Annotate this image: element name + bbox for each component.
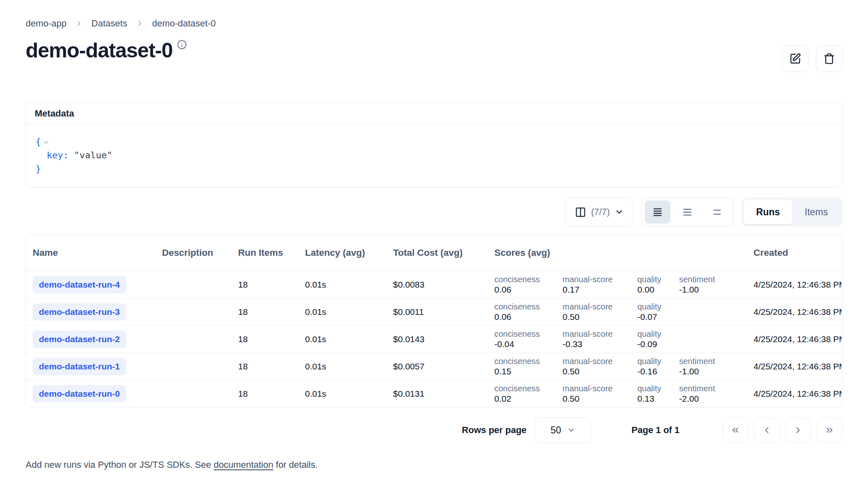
created-cell: 4/25/2024, 12:46:38 PM — [747, 307, 842, 317]
runs-items-tab-group: Runs Items — [742, 198, 842, 226]
total-cost-cell: $0.0057 — [386, 362, 488, 371]
previous-page-button[interactable] — [754, 418, 780, 443]
metadata-card: Metadata { key: "value" } — [26, 102, 842, 188]
latency-cell: 0.01s — [298, 389, 386, 399]
score-value: -2.00 — [679, 393, 729, 404]
row-height-small-button[interactable] — [645, 200, 670, 224]
run-items-cell: 18 — [231, 334, 298, 344]
column-header-scores: Scores (avg) — [488, 248, 747, 258]
created-cell: 4/25/2024, 12:46:38 PM — [747, 280, 842, 290]
scores-cell: conciseness-0.04 manual-score-0.33 quali… — [488, 329, 747, 349]
score-name: conciseness — [494, 383, 556, 393]
score-name: quality — [637, 356, 673, 366]
rows-large-icon — [712, 207, 723, 217]
table-row: demo-dataset-run-1 18 0.01s $0.0057 conc… — [26, 352, 842, 380]
documentation-link[interactable]: documentation — [214, 460, 273, 470]
chevron-down-icon — [615, 207, 624, 217]
row-height-large-button[interactable] — [704, 200, 730, 224]
run-link[interactable]: demo-dataset-run-4 — [33, 276, 126, 293]
table-row: demo-dataset-run-4 18 0.01s $0.0083 conc… — [26, 271, 842, 298]
score-value: 0.00 — [637, 284, 673, 295]
info-icon[interactable] — [177, 40, 187, 50]
chevron-down-icon — [567, 426, 575, 434]
latency-cell: 0.01s — [298, 280, 386, 290]
table-header-row: Name Description Run Items Latency (avg)… — [26, 235, 842, 271]
chevron-right-icon — [136, 19, 144, 28]
score-value: 0.02 — [494, 393, 556, 404]
hint-text-before: Add new runs via Python or JS/TS SDKs. S… — [26, 460, 214, 470]
score-name: quality — [637, 383, 673, 393]
breadcrumb-item-current-dataset[interactable]: demo-dataset-0 — [152, 18, 216, 29]
score-name: conciseness — [494, 329, 556, 339]
chevrons-left-icon — [730, 425, 740, 435]
score-value: 0.50 — [563, 312, 631, 322]
score-value: 0.06 — [494, 312, 556, 322]
score-name: conciseness — [494, 274, 556, 284]
runs-table: Name Description Run Items Latency (avg)… — [26, 235, 842, 407]
total-cost-cell: $0.0011 — [386, 307, 488, 317]
total-cost-cell: $0.0083 — [386, 280, 488, 290]
tab-runs[interactable]: Runs — [744, 200, 792, 224]
score-name: quality — [637, 329, 673, 339]
columns-icon — [575, 207, 586, 218]
page-title: demo-dataset-0 — [26, 39, 173, 62]
score-value: -1.00 — [679, 366, 729, 376]
run-items-cell: 18 — [231, 280, 298, 290]
breadcrumb: demo-app Datasets demo-dataset-0 — [26, 18, 842, 29]
chevrons-right-icon — [825, 425, 835, 435]
rows-per-page-label: Rows per page — [462, 425, 526, 436]
page-header: demo-dataset-0 — [26, 39, 842, 72]
next-page-button[interactable] — [785, 418, 811, 443]
table-toolbar: (7/7) Runs Ite — [26, 198, 842, 226]
score-value: 0.17 — [563, 284, 631, 295]
delete-dataset-button[interactable] — [816, 45, 842, 72]
edit-dataset-button[interactable] — [782, 45, 808, 72]
rows-medium-icon — [682, 207, 693, 217]
run-link[interactable]: demo-dataset-run-3 — [33, 303, 126, 321]
run-link[interactable]: demo-dataset-run-1 — [33, 358, 126, 375]
score-value: -1.00 — [679, 284, 729, 295]
pager-buttons — [723, 418, 842, 443]
rows-per-page-select[interactable]: 50 — [535, 417, 591, 443]
run-link[interactable]: demo-dataset-run-0 — [33, 385, 126, 402]
breadcrumb-item-datasets[interactable]: Datasets — [91, 18, 127, 29]
total-cost-cell: $0.0131 — [386, 389, 488, 399]
first-page-button[interactable] — [723, 418, 748, 443]
score-value: 0.06 — [494, 284, 556, 295]
scores-cell: conciseness0.06 manual-score0.50 quality… — [488, 302, 747, 322]
page-indicator: Page 1 of 1 — [632, 425, 680, 436]
score-name: manual-score — [563, 329, 631, 339]
rows-per-page-value: 50 — [551, 425, 561, 436]
created-cell: 4/25/2024, 12:46:38 PM — [747, 362, 842, 371]
sdk-hint-text: Add new runs via Python or JS/TS SDKs. S… — [26, 460, 842, 470]
pagination-bar: Rows per page 50 Page 1 of 1 — [26, 417, 842, 443]
score-name: sentiment — [679, 356, 729, 366]
row-height-medium-button[interactable] — [675, 200, 700, 224]
table-row: demo-dataset-run-0 18 0.01s $0.0131 conc… — [26, 380, 842, 407]
created-cell: 4/25/2024, 12:46:38 PM — [747, 334, 842, 344]
column-header-created: Created — [747, 248, 842, 258]
column-header-description: Description — [155, 248, 231, 258]
last-page-button[interactable] — [817, 418, 842, 443]
total-cost-cell: $0.0143 — [386, 334, 488, 344]
score-name: quality — [637, 274, 673, 284]
run-link[interactable]: demo-dataset-run-2 — [33, 331, 126, 348]
chevron-right-icon — [793, 425, 803, 435]
scores-cell: conciseness0.02 manual-score0.50 quality… — [488, 383, 747, 404]
header-actions — [782, 45, 842, 72]
score-name: sentiment — [679, 274, 729, 284]
breadcrumb-item-project[interactable]: demo-app — [26, 18, 67, 29]
metadata-json-viewer: { key: "value" } — [26, 125, 842, 187]
score-name: manual-score — [563, 302, 631, 312]
latency-cell: 0.01s — [298, 307, 386, 317]
row-height-segmented-control — [641, 198, 733, 226]
tab-items[interactable]: Items — [792, 200, 840, 224]
hint-text-after: for details. — [273, 460, 318, 470]
collapse-chevron-icon[interactable] — [43, 139, 49, 146]
latency-cell: 0.01s — [298, 362, 386, 371]
dataset-detail-page: demo-app Datasets demo-dataset-0 demo-da… — [0, 0, 868, 481]
table-row: demo-dataset-run-3 18 0.01s $0.0011 conc… — [26, 298, 842, 325]
column-visibility-button[interactable]: (7/7) — [565, 198, 633, 226]
column-header-total-cost: Total Cost (avg) — [386, 248, 488, 258]
score-value: -0.04 — [494, 339, 556, 349]
